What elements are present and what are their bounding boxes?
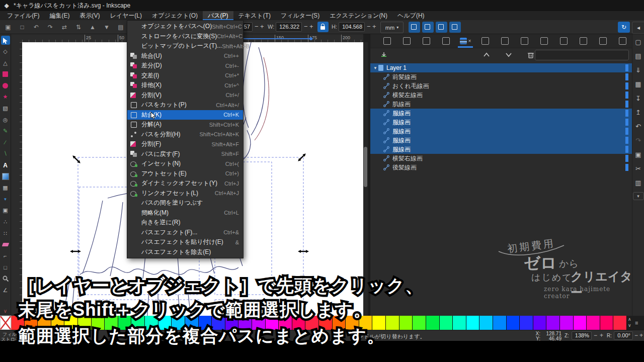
- dialog-tab-export-icon[interactable]: [419, 35, 434, 48]
- dialog-tab-layers-icon[interactable]: ×: [458, 35, 473, 48]
- dialog-tab-xml-editor-icon[interactable]: [615, 35, 630, 48]
- deselect-icon[interactable]: □: [17, 22, 27, 32]
- path-menu-item-1[interactable]: オブジェクトをパスへ(O)Shift+Ctrl+C: [127, 22, 243, 32]
- menubar-item-9[interactable]: エクステンション(N): [325, 11, 392, 20]
- path-menu-item-8[interactable]: 分割(V)Ctrl+/: [127, 90, 243, 101]
- star-tool-icon[interactable]: ★: [1, 93, 10, 102]
- menubar-item-5[interactable]: オブジェクト(O): [147, 11, 203, 20]
- object-row[interactable]: 前髪線画: [370, 72, 632, 81]
- scale-patterns-toggle[interactable]: [449, 22, 461, 33]
- open-icon[interactable]: ▤: [634, 51, 643, 60]
- layer-row[interactable]: ▼Layer 1: [370, 63, 632, 72]
- raise-icon[interactable]: ▲: [88, 22, 98, 32]
- save-icon[interactable]: ⇓: [634, 65, 643, 74]
- path-menu-item-19[interactable]: パスの間を塗りつぶす: [127, 198, 243, 208]
- import-icon[interactable]: ↧: [634, 94, 643, 103]
- palette-menu-icon[interactable]: ≡: [635, 320, 638, 326]
- object-row[interactable]: 横髪右線画: [370, 154, 632, 163]
- highlight-color-swatch[interactable]: [625, 73, 628, 80]
- path-menu-item-2[interactable]: ストロークをパスに変換(S)Ctrl+Alt+C: [127, 32, 243, 42]
- connector-tool-icon[interactable]: ⌐: [1, 251, 10, 260]
- snap-toggle-icon[interactable]: ↻: [618, 22, 630, 33]
- dialog-tab-trace-icon[interactable]: [517, 35, 532, 48]
- delete-icon[interactable]: [526, 50, 535, 59]
- path-menu-item-15[interactable]: インセット(N)Ctrl+(: [127, 159, 243, 169]
- palette-swatch[interactable]: [453, 316, 466, 330]
- path-menu-item-5[interactable]: 差分(D)Ctrl+-: [127, 61, 243, 71]
- paste-icon[interactable]: ▥: [634, 178, 643, 187]
- menubar-item-7[interactable]: テキスト(T): [233, 11, 276, 20]
- move-up-icon[interactable]: [482, 50, 491, 59]
- y-plus[interactable]: +: [260, 22, 264, 32]
- h-plus[interactable]: +: [372, 22, 376, 32]
- path-menu-item-11[interactable]: 分解(A)Shift+Ctrl+K: [127, 120, 243, 130]
- menubar-item-8[interactable]: フィルター(S): [276, 11, 325, 20]
- spiral-tool-icon[interactable]: ◎: [1, 115, 10, 124]
- w-field[interactable]: 126.322: [276, 22, 302, 32]
- highlight-color-swatch[interactable]: [625, 137, 628, 144]
- zoom-plus[interactable]: +: [600, 332, 603, 339]
- highlight-color-swatch[interactable]: [625, 146, 628, 153]
- shape-builder-tool-icon[interactable]: △: [1, 58, 10, 67]
- rectangle-tool-icon[interactable]: [1, 70, 10, 79]
- zoom-field[interactable]: 138%: [572, 331, 592, 340]
- more-dropdown-icon[interactable]: ▾: [633, 192, 644, 200]
- box3d-tool-icon[interactable]: ▧: [1, 104, 10, 113]
- palette-swatch[interactable]: [587, 316, 600, 330]
- palette-swatch[interactable]: [493, 316, 507, 330]
- palette-swatch[interactable]: [399, 316, 413, 330]
- path-menu-item-17[interactable]: ダイナミックオフセット(Y)Ctrl+J: [127, 178, 243, 189]
- highlight-color-swatch[interactable]: [625, 92, 628, 99]
- w-plus[interactable]: +: [309, 22, 313, 32]
- path-menu-item-10[interactable]: 結合(K)Ctrl+K: [127, 110, 243, 120]
- palette-swatch[interactable]: [560, 316, 574, 330]
- menubar-item-6[interactable]: パス(P): [203, 11, 233, 20]
- gradient-tool-icon[interactable]: [1, 172, 10, 181]
- tweak-tool-icon[interactable]: ∴: [1, 218, 10, 227]
- selector-tool-icon[interactable]: [1, 36, 10, 45]
- duplicate-icon[interactable]: ▣: [634, 150, 643, 159]
- object-row[interactable]: 服線画: [370, 127, 632, 136]
- scale-gradients-toggle[interactable]: [436, 22, 447, 33]
- measure-tool-icon[interactable]: ∠: [1, 286, 10, 295]
- flip-vertical-icon[interactable]: ⇅: [73, 22, 84, 32]
- export-icon[interactable]: ↥: [634, 108, 643, 117]
- scale-corners-toggle[interactable]: [422, 22, 434, 33]
- menubar-item-1[interactable]: ファイル(F): [2, 11, 44, 20]
- object-row[interactable]: 服線画: [370, 109, 632, 118]
- ellipse-tool-icon[interactable]: [1, 81, 10, 90]
- zoom-tool-icon[interactable]: [1, 274, 10, 283]
- redo-icon[interactable]: ↷: [634, 136, 643, 145]
- add-layer-icon[interactable]: [379, 50, 388, 59]
- highlight-color-swatch[interactable]: [625, 128, 628, 135]
- pencil-tool-icon[interactable]: ✎: [1, 127, 10, 136]
- no-color-swatch[interactable]: [0, 316, 11, 330]
- path-menu-item-14[interactable]: パスに戻す(F)Shift+F: [127, 149, 243, 159]
- collapse-toolbar-icon[interactable]: ◂: [632, 22, 644, 34]
- path-menu-item-23[interactable]: パスエフェクトを貼り付け(E)&: [127, 237, 243, 247]
- page-tool-icon[interactable]: □: [1, 263, 10, 272]
- menubar-item-3[interactable]: 表示(V): [74, 11, 105, 20]
- palette-swatch[interactable]: [533, 316, 547, 330]
- rotate-cw-icon[interactable]: ↷: [45, 22, 55, 32]
- move-down-icon[interactable]: [504, 50, 513, 59]
- calligraphy-tool-icon[interactable]: ∖: [1, 149, 10, 158]
- h-field[interactable]: 104.568: [339, 22, 365, 32]
- path-menu-item-12[interactable]: パスを分割(H)Shift+Ctrl+Alt+K: [127, 130, 243, 140]
- highlight-color-swatch[interactable]: [625, 164, 628, 171]
- dropper-tool-icon[interactable]: ▼: [1, 195, 10, 204]
- path-menu-item-7[interactable]: 排他(X)Ctrl+^: [127, 80, 243, 90]
- dialog-tab-align-icon[interactable]: [379, 35, 394, 48]
- dialog-tab-find-icon[interactable]: [536, 35, 551, 48]
- move-to-layer-icon[interactable]: ▤: [116, 22, 126, 32]
- print-icon[interactable]: ▦: [634, 79, 643, 88]
- palette-swatch[interactable]: [426, 316, 440, 330]
- object-row[interactable]: 服線画: [370, 136, 632, 145]
- text-tool-icon[interactable]: A: [1, 161, 10, 170]
- menubar-item-10[interactable]: ヘルプ(H): [392, 11, 430, 20]
- palette-swatch[interactable]: [466, 316, 480, 330]
- object-row[interactable]: おくれ毛線画: [370, 81, 632, 90]
- cut-icon[interactable]: ✂: [634, 164, 643, 173]
- object-row[interactable]: 服線画: [370, 145, 632, 154]
- path-menu-item-18[interactable]: リンクオフセット(L)Ctrl+Alt+J: [127, 189, 243, 199]
